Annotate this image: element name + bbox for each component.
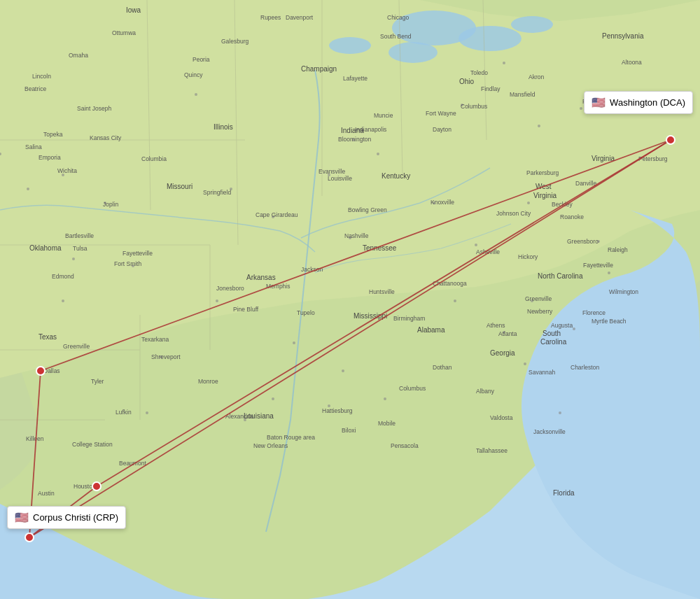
small-city-savannah: Savannah — [528, 369, 556, 376]
origin-airport-box: 🇺🇸 Corpus Christi (CRP) — [7, 506, 126, 529]
city-label-missouri: Missouri — [167, 183, 192, 190]
small-city-toledo: Toledo — [470, 69, 488, 76]
small-city-valdosta: Valdosta — [490, 414, 513, 421]
small-city-huntsville: Huntsville — [369, 288, 395, 295]
small-city-bowling-green: Bowling Green — [348, 206, 387, 213]
city-label-champaign: Champaign — [301, 65, 337, 73]
small-city-raleigh: Raleigh — [608, 246, 628, 253]
destination-dot — [666, 136, 675, 144]
small-city-pine-bluff: Pine Bluff — [233, 306, 259, 313]
small-city-joplin: Joplin — [103, 201, 118, 208]
city-label-ohio: Ohio — [459, 78, 475, 85]
city-label-south-carolina: South — [542, 330, 561, 337]
city-label-texas: Texas — [38, 333, 57, 341]
small-city-tyler: Tyler — [91, 378, 104, 385]
small-city-hattiesburg: Hattiesburg — [322, 407, 353, 414]
small-city-tulsa: Tulsa — [73, 245, 88, 252]
svg-point-3 — [388, 42, 438, 63]
city-label-arkansas: Arkansas — [246, 274, 276, 281]
origin-dot — [25, 533, 34, 542]
small-city-albany-ga: Albany — [476, 388, 495, 395]
small-city-cape-girardeau: Cape Girardeau — [255, 211, 298, 218]
small-city-lafayette: Lafayette — [343, 75, 368, 82]
svg-point-44 — [62, 300, 64, 302]
small-city-salina: Salina — [25, 143, 42, 150]
small-city-tallahassee: Tallahassee — [476, 447, 507, 454]
small-city-fortwayne: Fort Wayne — [426, 110, 456, 117]
origin-label: Corpus Christi (CRP) — [33, 512, 118, 523]
svg-point-25 — [503, 62, 505, 64]
origin-flag: 🇺🇸 — [15, 511, 29, 524]
small-city-edmond: Edmond — [52, 273, 74, 280]
small-city-beaumont: Beaumont — [119, 460, 146, 467]
small-city-lincoln: Lincoln — [32, 73, 51, 80]
small-city-nashville: Nashville — [344, 232, 369, 239]
svg-point-27 — [527, 202, 530, 204]
small-city-kansas-city: Kansas City — [90, 134, 122, 141]
small-city-south-bend: South Bend — [380, 33, 412, 40]
svg-point-29 — [608, 272, 610, 274]
small-city-monroe: Monroe — [198, 378, 218, 385]
svg-point-49 — [524, 362, 526, 365]
small-city-greenville-tx: Greenville — [63, 343, 90, 350]
svg-point-19 — [454, 300, 456, 302]
small-city-jacksonville: Jacksonville — [533, 428, 566, 435]
map-container: Champaign Iowa Illinois Indiana Ohio Pen… — [0, 0, 700, 599]
small-city-akron: Akron — [528, 73, 544, 80]
small-city-fayetteville-ar: Fayetteville — [122, 250, 153, 257]
svg-point-51 — [573, 327, 575, 330]
small-city-topeka: Topeka — [43, 131, 63, 138]
waypoint-dallas — [36, 367, 45, 375]
small-city-biloxi: Biloxi — [342, 427, 356, 434]
city-label-georgia: Georgia — [490, 349, 515, 357]
small-city-columbia: Columbia — [141, 155, 167, 162]
small-city-ottumwa: Ottumwa — [112, 29, 136, 36]
small-city-altoona: Altoona — [622, 59, 642, 66]
svg-point-35 — [216, 300, 218, 302]
destination-flag: 🇺🇸 — [592, 96, 606, 109]
city-label-florida: Florida — [553, 489, 575, 497]
waypoint-houston — [92, 482, 101, 491]
city-label-oklahoma: Oklahoma — [29, 244, 62, 252]
svg-point-38 — [384, 397, 386, 400]
small-city-shreveport: Shreveport — [151, 353, 181, 360]
city-label-kentucky: Kentucky — [382, 172, 410, 180]
small-city-louisville: Louisville — [328, 175, 352, 182]
destination-airport-box: 🇺🇸 Washington (DCA) — [584, 91, 693, 114]
small-city-mansfield: Mansfield — [510, 91, 536, 98]
svg-point-52 — [538, 125, 540, 127]
small-city-wilmington: Wilmington — [609, 288, 638, 295]
small-city-knoxville: Knoxville — [430, 199, 454, 206]
small-city-quincy: Quincy — [184, 71, 203, 78]
small-city-chicago: Chicago — [387, 14, 409, 21]
small-city-peoria: Peoria — [192, 56, 210, 63]
small-city-rupees: Rupees — [260, 14, 281, 21]
city-label-pennsylvania: Pennsylvania — [602, 32, 644, 40]
small-city-dothan: Dothan — [433, 364, 452, 371]
small-city-atlanta: Atlanta — [498, 330, 517, 337]
small-city-athens: Athens — [486, 322, 505, 329]
small-city-charleston-sc: Charleston — [570, 364, 599, 371]
small-city-greensboro: Greensboro — [567, 238, 598, 245]
small-city-johnson-city: Johnson City — [496, 210, 531, 217]
destination-label: Washington (DCA) — [610, 97, 685, 108]
small-city-omaha: Omaha — [69, 52, 88, 59]
small-city-fort-smith: Fort Smith — [114, 260, 141, 267]
small-city-dayton: Dayton — [433, 126, 451, 133]
svg-point-43 — [146, 411, 148, 414]
small-city-jonesboro: Jonesboro — [216, 285, 244, 292]
svg-point-2 — [458, 26, 522, 51]
city-label-west-virginia-2: Virginia — [533, 192, 557, 199]
small-city-mobile: Mobile — [378, 420, 396, 427]
city-label-iowa: Iowa — [126, 6, 141, 14]
svg-point-46 — [27, 188, 29, 190]
small-city-emporia: Emporia — [38, 154, 61, 161]
small-city-florence: Florence — [582, 309, 606, 316]
small-city-pensacola: Pensacola — [391, 442, 419, 449]
small-city-baton-rouge: Baton Rouge area — [267, 434, 315, 441]
small-city-beatrice: Beatrice — [24, 85, 46, 92]
svg-point-4 — [329, 37, 371, 54]
small-city-hickory: Hickory — [518, 253, 538, 260]
small-city-bartlesville: Bartlesville — [65, 232, 94, 239]
small-city-augusta: Augusta — [551, 322, 573, 329]
